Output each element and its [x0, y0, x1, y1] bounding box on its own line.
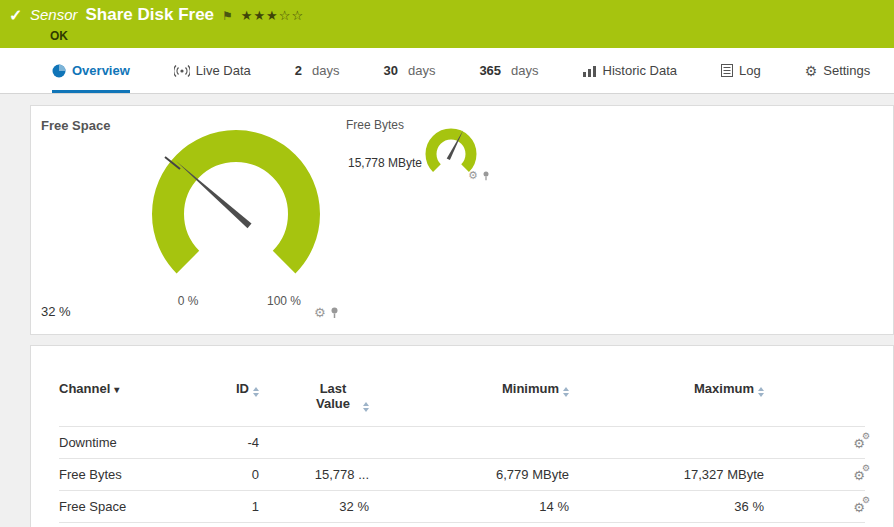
gear-icon: ⚙: [805, 64, 818, 78]
tab-30-days[interactable]: 30 days: [383, 48, 435, 93]
channels-panel: Channel▾ ID Last Value Minimum Maximum D…: [30, 345, 894, 527]
tab-number: 2: [295, 63, 302, 78]
tab-2-days[interactable]: 2 days: [295, 48, 340, 93]
channel-name: Free Space: [59, 499, 209, 514]
header-id[interactable]: ID: [236, 381, 259, 397]
sensor-title-row: Sensor Share Disk Free ⚑ ★★★☆☆: [30, 5, 304, 25]
header-minimum[interactable]: Minimum: [502, 381, 569, 397]
header-label: Minimum: [502, 381, 559, 396]
tab-live-data[interactable]: Live Data: [174, 48, 251, 93]
free-space-gauge: [146, 122, 326, 292]
tab-overview[interactable]: Overview: [52, 48, 130, 93]
header-maximum[interactable]: Maximum: [694, 381, 764, 397]
tab-settings[interactable]: ⚙ Settings: [805, 48, 871, 93]
gauge-min-label: 0 %: [168, 294, 208, 308]
header-label: Maximum: [694, 381, 754, 396]
sort-caret-icon: ▾: [114, 384, 119, 395]
channel-minimum: 6,779 MByte: [496, 467, 569, 482]
channel-maximum: 36 %: [734, 499, 764, 514]
header-label: Last Value: [307, 381, 359, 411]
sort-icon: [758, 387, 764, 397]
free-bytes-gauge-actions: ⚙: [468, 170, 490, 181]
log-list-icon: [721, 64, 733, 77]
page-title: Share Disk Free: [86, 5, 215, 25]
stars-empty: ☆☆: [279, 8, 304, 23]
table-row[interactable]: Free Space 1 32 % 14 % 36 % ⚙⚙: [59, 490, 865, 523]
gauges-panel: Free Space 0 % 100 % 32 % ⚙ Free Bytes 1…: [30, 105, 894, 335]
edit-channel-icon[interactable]: ⚙⚙: [853, 466, 865, 484]
gear-icon: ⚙: [862, 495, 870, 505]
flag-icon[interactable]: ⚑: [222, 9, 233, 23]
header-channel[interactable]: Channel▾: [59, 381, 209, 396]
channel-name: Free Bytes: [59, 467, 209, 482]
status-badge: OK: [50, 29, 68, 43]
priority-stars[interactable]: ★★★☆☆: [241, 8, 304, 23]
tab-label: Settings: [823, 63, 870, 78]
channel-maximum: 17,327 MByte: [684, 467, 764, 482]
gauge-max-label: 100 %: [259, 294, 309, 308]
gear-icon: ⚙: [862, 463, 870, 473]
channel-minimum: 14 %: [539, 499, 569, 514]
sort-icon: [363, 402, 369, 412]
header-label: ID: [236, 381, 249, 396]
table-row[interactable]: Free Bytes 0 15,778 ... 6,779 MByte 17,3…: [59, 458, 865, 490]
gauge-title-free-space: Free Space: [41, 118, 110, 133]
stars-filled: ★★★: [241, 8, 279, 23]
channel-id: -4: [247, 435, 259, 450]
channel-last-value: 15,778 ...: [315, 467, 369, 482]
sensor-header: ✓ Sensor Share Disk Free ⚑ ★★★☆☆ OK: [0, 0, 894, 48]
pin-icon[interactable]: [482, 171, 490, 181]
tab-unit: days: [511, 63, 538, 78]
tab-number: 365: [479, 63, 501, 78]
channels-table: Channel▾ ID Last Value Minimum Maximum D…: [59, 381, 865, 523]
free-bytes-value: 15,778 MByte: [348, 156, 422, 170]
table-header-row: Channel▾ ID Last Value Minimum Maximum: [59, 381, 865, 426]
gear-icon: ⚙: [862, 431, 870, 441]
tab-historic-data[interactable]: Historic Data: [583, 48, 677, 93]
broadcast-icon: [174, 65, 190, 77]
free-space-value: 32 %: [41, 304, 71, 319]
header-last-value[interactable]: Last Value: [307, 381, 369, 412]
channel-id: 0: [252, 467, 259, 482]
tab-label: Historic Data: [603, 63, 677, 78]
free-space-gauge-actions: ⚙: [314, 306, 339, 319]
gauge-settings-icon[interactable]: ⚙: [468, 170, 478, 181]
tab-label: Live Data: [196, 63, 251, 78]
channel-id: 1: [252, 499, 259, 514]
sort-icon: [563, 387, 569, 397]
channel-last-value: 32 %: [339, 499, 369, 514]
status-check-icon: ✓: [9, 6, 22, 25]
header-label: Channel: [59, 381, 110, 396]
tab-log[interactable]: Log: [721, 48, 761, 93]
object-type-label: Sensor: [30, 6, 78, 23]
gauge-settings-icon[interactable]: ⚙: [314, 306, 326, 319]
edit-channel-icon[interactable]: ⚙⚙: [853, 434, 865, 452]
edit-channel-icon[interactable]: ⚙⚙: [853, 498, 865, 516]
tab-unit: days: [408, 63, 435, 78]
gauge-title-free-bytes: Free Bytes: [346, 118, 404, 132]
pin-icon[interactable]: [330, 307, 339, 319]
tab-365-days[interactable]: 365 days: [479, 48, 538, 93]
sort-icon: [253, 387, 259, 397]
tab-number: 30: [383, 63, 397, 78]
bar-chart-icon: [583, 65, 597, 77]
tab-label: Overview: [72, 63, 130, 78]
tab-bar: Overview Live Data 2 days 30 days 365 da…: [0, 48, 894, 94]
tab-label: Log: [739, 63, 761, 78]
table-row[interactable]: Downtime -4 ⚙⚙: [59, 426, 865, 458]
channel-name: Downtime: [59, 435, 209, 450]
pie-chart-icon: [52, 64, 66, 78]
tab-unit: days: [312, 63, 339, 78]
